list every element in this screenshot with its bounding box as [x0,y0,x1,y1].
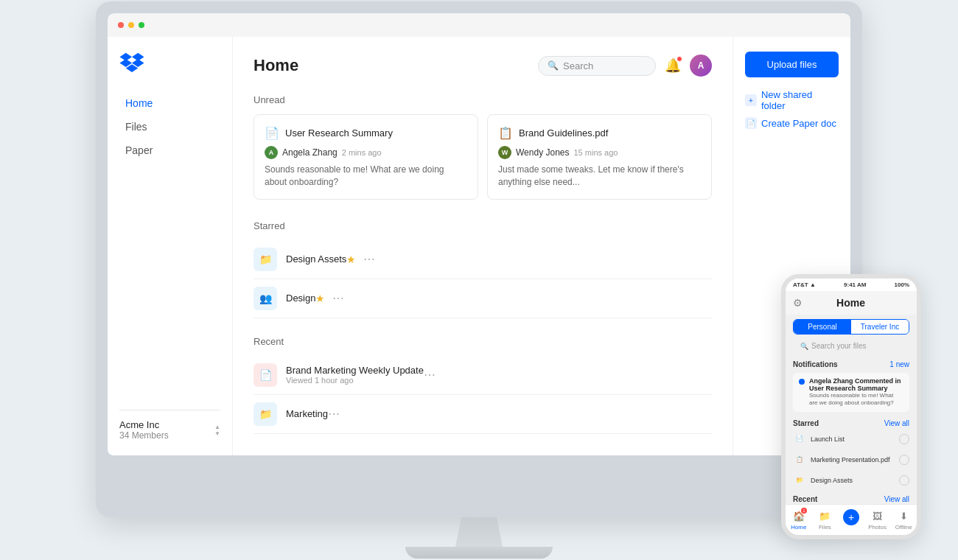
phone-segment: Personal Traveler Inc [793,319,909,335]
phone-notification-item[interactable]: Angela Zhang Commented in User Research … [793,373,909,412]
phone-nav-offline[interactable]: ⬇ Offline [890,509,917,531]
phone-starred-check-2 [899,475,909,486]
phone-recent-label: Recent [793,495,817,503]
recent-more-0[interactable]: ⋯ [424,368,436,382]
phone-notif-label: Notifications [793,360,838,368]
phone-home-icon: 🏠 1 [792,509,805,522]
recent-actions-1: ⋯ [328,407,340,421]
star-icon-0[interactable]: ★ [346,253,356,265]
phone-notifications-header: Notifications 1 new [786,356,917,370]
sidebar-item-home[interactable]: Home [119,93,220,113]
phone-starred-check-0 [899,434,909,444]
phone-starred-viewall[interactable]: View all [884,419,909,427]
phone-nav-photos-label: Photos [868,524,887,531]
phone: AT&T ▲ 9:41 AM 100% ⚙ Home Personal Trav… [781,274,921,539]
phone-starred-0[interactable]: 📄 Launch List [786,429,917,449]
starred-item-0[interactable]: 📁 Design Assets ★ ⋯ [254,240,712,279]
phone-starred-2[interactable]: 📁 Design Assets [786,470,917,491]
phone-nav-files-label: Files [819,524,831,531]
phone-nav-home[interactable]: 🏠 1 Home [786,509,812,531]
phone-nav-add[interactable]: + [838,509,864,531]
phone-search[interactable]: 🔍 Search your files [793,339,909,353]
recent-icon-0: 📄 [254,363,277,387]
new-shared-folder-link[interactable]: + New shared folder [745,89,839,111]
phone-search-icon: 🔍 [800,343,808,350]
workspace-members: 34 Members [119,430,169,441]
search-bar[interactable]: 🔍 Search [538,56,656,76]
create-paper-doc-link[interactable]: 📄 Create Paper doc [745,117,839,129]
phone-battery: 100% [895,281,909,288]
phone-nav-photos[interactable]: 🖼 Photos [864,509,891,531]
sidebar-item-paper[interactable]: Paper [119,140,220,161]
card-filename-1: Brand Guidelines.pdf [519,127,608,139]
phone-gear-icon[interactable]: ⚙ [793,297,803,309]
card-avatar-1: W [498,146,511,159]
phone-starred-1[interactable]: 📋 Marketing Presentation.pdf [786,449,917,470]
workspace-chevrons[interactable]: ▲▼ [214,424,220,437]
recent-name-1: Marketing [286,408,328,419]
recent-item-0[interactable]: 📄 Brand Marketing Weekly Update Viewed 1… [254,356,712,395]
notification-dot [676,56,682,62]
sidebar-item-files[interactable]: Files [119,116,220,137]
dropbox-logo [119,52,220,75]
card-file-icon-1: 📋 [498,125,513,140]
card-file-icon-0: 📄 [265,125,279,140]
recent-more-1[interactable]: ⋯ [328,407,340,421]
phone-recent-viewall[interactable]: View all [884,495,909,503]
card-time-1: 15 mins ago [574,148,618,157]
phone-offline-icon: ⬇ [897,509,910,522]
phone-photos-icon: 🖼 [871,509,884,522]
star-icon-1[interactable]: ★ [315,293,325,304]
phone-header: ⚙ Home [786,291,917,315]
phone-starred-label: Starred [793,419,819,427]
search-input[interactable]: Search [563,60,646,71]
phone-nav-home-label: Home [791,524,806,531]
monitor-screen: Home Files Paper Acme Inc 34 Members ▲▼ [108,13,850,455]
workspace-section: Acme Inc 34 Members ▲▼ [119,410,220,441]
starred-name-0: Design Assets [286,253,346,265]
main-content: Home 🔍 Search 🔔 A [233,37,733,455]
recent-item-1[interactable]: 📁 Marketing ⋯ [254,395,712,434]
recent-section-title: Recent [254,336,712,347]
card-time-0: 2 mins ago [342,148,382,157]
unread-card-0[interactable]: 📄 User Research Summary A Angela Zhang 2… [254,114,478,200]
recent-section: Recent 📄 Brand Marketing Weekly Update V… [254,336,712,434]
notification-bell[interactable]: 🔔 [665,57,681,74]
starred-item-1[interactable]: 👥 Design ★ ⋯ [254,279,712,318]
phone-notif-dot [799,379,805,385]
phone-notif-text: Sounds reasonable to me! What are we doi… [809,392,903,407]
phone-tab-personal[interactable]: Personal [794,320,851,334]
stand-neck [450,517,508,547]
card-username-0: Angela Zhang [282,147,338,158]
upload-button[interactable]: Upload files [745,52,839,77]
recent-list: 📄 Brand Marketing Weekly Update Viewed 1… [254,356,712,434]
phone-starred-check-1 [899,455,909,465]
page-title: Home [254,56,298,75]
sidebar: Home Files Paper Acme Inc 34 Members ▲▼ [108,37,233,455]
paper-icon: 📄 [745,117,757,129]
phone-home-badge: 1 [801,508,807,514]
user-avatar[interactable]: A [690,55,712,77]
unread-card-1[interactable]: 📋 Brand Guidelines.pdf W Wendy Jones 15 … [487,114,712,200]
card-avatar-0: A [265,146,278,159]
starred-actions-1: ★ ⋯ [315,291,344,305]
phone-nav-offline-label: Offline [895,524,912,531]
recent-name-0: Brand Marketing Weekly Update [286,365,424,376]
phone-starred-icon-0: 📄 [793,433,806,446]
phone-nav-files[interactable]: 📁 Files [812,509,839,531]
monitor: Home Files Paper Acme Inc 34 Members ▲▼ [96,1,862,517]
phone-notif-badge: 1 new [889,360,909,368]
unread-section: Unread 📄 User Research Summary [254,94,712,200]
more-icon-0[interactable]: ⋯ [363,252,375,266]
phone-tab-traveler[interactable]: Traveler Inc [851,320,909,334]
starred-icon-1: 👥 [254,287,277,310]
header-right: 🔍 Search 🔔 A [538,55,712,77]
card-message-0: Sounds reasonable to me! What are we doi… [265,164,467,189]
phone-recent-header: Recent View all [786,491,917,505]
starred-name-1: Design [286,293,315,304]
more-icon-1[interactable]: ⋯ [332,291,344,305]
phone-notif-title: Angela Zhang Commented in User Research … [809,377,903,392]
card-filename-0: User Research Summary [285,127,393,139]
main-header: Home 🔍 Search 🔔 A [254,55,712,77]
starred-section: Starred 📁 Design Assets ★ [254,220,712,318]
